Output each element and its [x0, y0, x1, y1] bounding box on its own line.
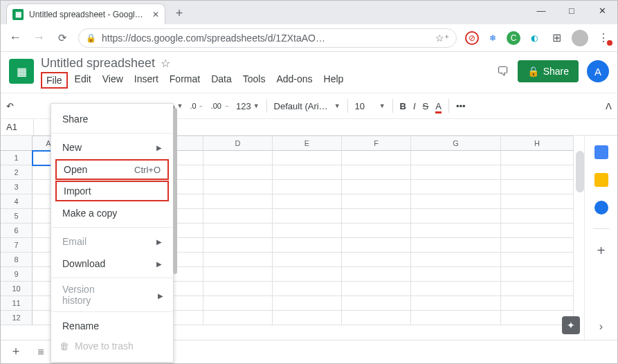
cell[interactable] — [342, 238, 411, 253]
cell[interactable] — [501, 282, 574, 296]
cell[interactable] — [411, 194, 501, 209]
menu-move-to-trash[interactable]: 🗑Move to trash — [51, 337, 173, 355]
cell[interactable] — [501, 238, 574, 253]
cell[interactable] — [411, 253, 501, 267]
cell[interactable] — [203, 180, 273, 194]
column-header[interactable]: G — [411, 136, 501, 151]
extension-icon-1[interactable]: ⊘ — [465, 31, 479, 45]
cell[interactable] — [273, 311, 342, 325]
comments-icon[interactable]: 🗨 — [497, 64, 509, 79]
menu-insert[interactable]: Insert — [130, 72, 163, 89]
cell[interactable] — [203, 296, 273, 311]
extension-icon-2[interactable]: ❄ — [486, 31, 500, 45]
cell[interactable] — [501, 194, 574, 209]
close-tab-icon[interactable]: ✕ — [152, 10, 159, 19]
cell[interactable] — [342, 209, 411, 224]
cell[interactable] — [411, 209, 501, 224]
doc-title[interactable]: Untitled spreadsheet — [41, 56, 155, 71]
row-header[interactable]: 3 — [1, 180, 33, 194]
browser-menu-button[interactable]: ⋮ — [597, 31, 610, 44]
reload-button[interactable]: ⟳ — [55, 32, 70, 44]
column-header[interactable]: H — [501, 136, 574, 151]
dropdown-scrollbar[interactable] — [173, 108, 177, 274]
menu-version-history[interactable]: Version history ▶ — [51, 281, 173, 309]
cell[interactable] — [203, 224, 273, 238]
share-button[interactable]: 🔒 Share — [518, 60, 579, 82]
select-all-corner[interactable] — [1, 136, 33, 151]
cell[interactable] — [273, 238, 342, 253]
cell[interactable] — [411, 296, 501, 311]
cell[interactable] — [411, 311, 501, 325]
cell[interactable] — [203, 282, 273, 296]
cell[interactable] — [203, 238, 273, 253]
hide-side-panel-icon[interactable]: › — [599, 320, 603, 333]
cell[interactable] — [501, 180, 574, 194]
italic-button[interactable]: I — [413, 101, 416, 111]
cell[interactable] — [342, 282, 411, 296]
cell[interactable] — [501, 253, 574, 267]
sheets-logo-icon[interactable]: ▦ — [9, 59, 34, 84]
row-header[interactable]: 9 — [1, 267, 33, 282]
menu-import[interactable]: Import — [55, 181, 169, 201]
cell[interactable] — [411, 165, 501, 180]
row-header[interactable]: 2 — [1, 165, 33, 180]
font-size-dropdown[interactable]: 10▼ — [355, 101, 385, 111]
menu-file[interactable]: File — [41, 72, 68, 89]
column-header[interactable]: F — [342, 136, 411, 151]
cell[interactable] — [273, 165, 342, 180]
close-window-button[interactable]: ✕ — [587, 1, 617, 20]
browser-tab[interactable]: ▦ Untitled spreadsheet - Google Sh ✕ — [6, 3, 165, 24]
cell[interactable] — [501, 296, 574, 311]
font-dropdown[interactable]: Default (Ari…▼ — [274, 101, 340, 111]
cell[interactable] — [501, 267, 574, 282]
menu-data[interactable]: Data — [207, 72, 236, 89]
menu-share[interactable]: Share — [51, 108, 173, 130]
menu-help[interactable]: Help — [320, 72, 348, 89]
keep-icon[interactable] — [594, 173, 608, 187]
cell[interactable] — [203, 311, 273, 325]
cell[interactable] — [203, 209, 273, 224]
cell[interactable] — [411, 267, 501, 282]
cell[interactable] — [411, 180, 501, 194]
bookmark-star-icon[interactable]: ☆⁺ — [435, 33, 449, 44]
star-icon[interactable]: ☆ — [161, 57, 170, 70]
row-header[interactable]: 12 — [1, 311, 33, 325]
cell[interactable] — [273, 296, 342, 311]
all-sheets-button[interactable]: ≡ — [31, 343, 51, 362]
cell[interactable] — [501, 151, 574, 165]
menu-download[interactable]: Download▶ — [51, 253, 173, 275]
cell[interactable] — [273, 253, 342, 267]
vertical-scrollbar[interactable] — [576, 151, 584, 192]
add-sheet-button[interactable]: + — [6, 343, 26, 362]
cell[interactable] — [273, 209, 342, 224]
new-tab-button[interactable]: + — [170, 3, 189, 23]
cell[interactable] — [501, 209, 574, 224]
column-header[interactable]: E — [273, 136, 342, 151]
cell[interactable] — [411, 238, 501, 253]
menu-add-ons[interactable]: Add-ons — [272, 72, 316, 89]
column-header[interactable]: D — [203, 136, 273, 151]
cell[interactable] — [342, 180, 411, 194]
cell[interactable] — [273, 180, 342, 194]
cell[interactable] — [203, 253, 273, 267]
strikethrough-button[interactable]: S — [423, 101, 429, 111]
cell[interactable] — [273, 151, 342, 165]
cell[interactable] — [273, 194, 342, 209]
cell[interactable] — [273, 224, 342, 238]
cell[interactable] — [342, 253, 411, 267]
cell[interactable] — [342, 151, 411, 165]
menu-tools[interactable]: Tools — [239, 72, 270, 89]
cell[interactable] — [203, 267, 273, 282]
menu-make-copy[interactable]: Make a copy — [51, 202, 173, 224]
cell[interactable] — [501, 224, 574, 238]
toolbar-collapse-icon[interactable]: ᐱ — [606, 101, 612, 111]
cell[interactable] — [342, 267, 411, 282]
row-header[interactable]: 5 — [1, 209, 33, 224]
row-header[interactable]: 1 — [1, 151, 33, 165]
back-button[interactable]: ← — [8, 30, 23, 45]
explore-button[interactable]: ✦ — [562, 316, 580, 334]
row-header[interactable]: 6 — [1, 224, 33, 238]
cell[interactable] — [342, 296, 411, 311]
bold-button[interactable]: B — [400, 101, 406, 111]
undo-button[interactable]: ↶ — [6, 101, 14, 111]
